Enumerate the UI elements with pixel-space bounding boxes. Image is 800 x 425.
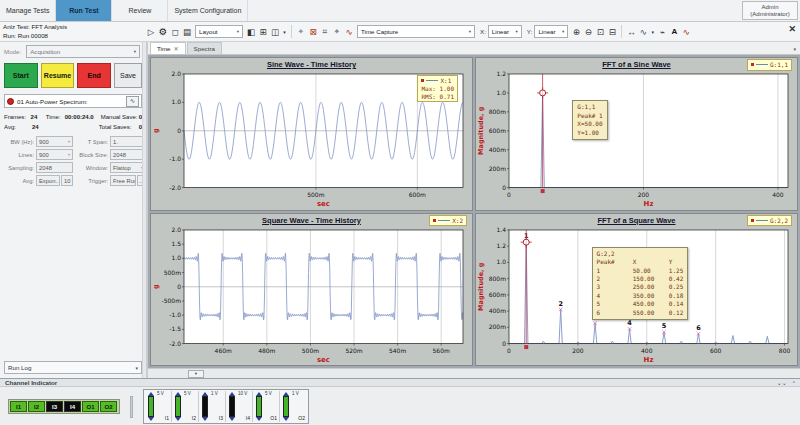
single-pane-icon[interactable]: ◧ bbox=[245, 25, 257, 38]
ribbon-tab-bar: Manage Tests Run Test Review System Conf… bbox=[0, 0, 800, 22]
manual-save-label: Manual Save: bbox=[101, 112, 139, 122]
control-sidebar: Mode: Acquisition ▾ Start Resume End Sav… bbox=[0, 42, 148, 378]
zoom-reset-icon[interactable]: ⊟ bbox=[606, 25, 618, 38]
end-button[interactable]: End bbox=[77, 63, 111, 88]
block-size-field[interactable]: 2048 bbox=[110, 149, 146, 160]
resume-button[interactable]: Resume bbox=[41, 63, 75, 88]
sampling-field[interactable]: 2048 bbox=[36, 162, 73, 173]
channel-button-i2[interactable]: I2 bbox=[28, 401, 45, 412]
lines-field[interactable]: 900▾ bbox=[36, 149, 73, 160]
channel-meter-i4: 10 VI4 bbox=[226, 391, 253, 422]
y-scale-label: Y: bbox=[527, 28, 533, 35]
trace-style-icon[interactable]: ∿ bbox=[637, 25, 649, 38]
channel-meter-i3: 1 VI3 bbox=[199, 391, 226, 422]
admin-user-button[interactable]: Admin (Administrator) bbox=[742, 1, 798, 20]
channel-indicator-header: Channel Indicator ⌄⌄ ▫ bbox=[0, 379, 800, 387]
save-button[interactable]: Save bbox=[114, 63, 142, 88]
grid-pane-icon[interactable]: ⊞ bbox=[257, 25, 269, 38]
tab-system-configuration[interactable]: System Configuration bbox=[168, 0, 248, 21]
stop-icon[interactable]: ◻ bbox=[169, 25, 181, 38]
channel-buttons: I1I2I3I4O1O2 bbox=[8, 399, 120, 414]
settings-gear-icon[interactable]: ⚙ bbox=[157, 25, 169, 38]
svg-text:Hz: Hz bbox=[644, 355, 654, 363]
channel-meter-i1: 5 VI1 bbox=[145, 391, 172, 422]
link-cursor-icon[interactable]: ⌁ bbox=[656, 25, 668, 38]
avg-mode-field[interactable]: Expon...▾ bbox=[36, 175, 60, 186]
tspan-field[interactable]: 1. bbox=[110, 136, 146, 147]
svg-text:2.0: 2.0 bbox=[171, 226, 181, 233]
svg-text:400m: 400m bbox=[489, 307, 506, 314]
svg-text:200m: 200m bbox=[489, 323, 506, 330]
svg-text:500m: 500m bbox=[302, 346, 319, 353]
channel-button-o2[interactable]: O2 bbox=[100, 401, 117, 412]
spectrum-view-button[interactable]: ∿ bbox=[126, 96, 139, 107]
svg-text:1.0: 1.0 bbox=[171, 98, 181, 105]
remove-cursor-icon[interactable]: ⊠ bbox=[307, 25, 319, 38]
avg-count-field[interactable]: 10 bbox=[61, 175, 73, 186]
close-pane-icon[interactable]: ✕ bbox=[788, 25, 796, 34]
pane-menu-caret-icon[interactable]: ▾ bbox=[281, 25, 288, 38]
peak-marker-icon[interactable]: ∿ bbox=[343, 25, 355, 38]
pan-horizontal-icon[interactable]: ↔ bbox=[625, 25, 637, 38]
analysis-test-label: Anlz Test: FFT Analysis bbox=[3, 23, 145, 31]
add-cursor-icon[interactable]: ⌖ bbox=[295, 25, 307, 38]
harmonic-cursor-icon[interactable]: ⌗ bbox=[319, 25, 331, 38]
channel-splitter-grip[interactable] bbox=[130, 396, 133, 418]
report-icon[interactable]: ▤ bbox=[181, 25, 193, 38]
float-pane-icon[interactable]: ◫ bbox=[269, 25, 281, 38]
zoom-out-icon[interactable]: ⊖ bbox=[582, 25, 594, 38]
meter-channel-name: I2 bbox=[192, 416, 196, 422]
tab-spectra[interactable]: Spectra bbox=[187, 42, 222, 54]
x-scale-select[interactable]: Linear ▾ bbox=[488, 25, 522, 38]
start-button[interactable]: Start bbox=[4, 63, 38, 88]
channel-meters: 5 VI15 VI21 VI310 VI45 VO11 VO2 bbox=[143, 389, 309, 424]
channel-button-o1[interactable]: O1 bbox=[82, 401, 99, 412]
plot-area[interactable]: 460m480m500m520m540m560m2.01.51.0500m0-5… bbox=[151, 226, 472, 366]
channel-indicator-body: I1I2I3I4O1O2 5 VI15 VI21 VI310 VI45 VO11… bbox=[0, 387, 800, 425]
meter-range: 5 V bbox=[157, 392, 169, 397]
zoom-in-icon[interactable]: ⊕ bbox=[570, 25, 582, 38]
svg-text:600: 600 bbox=[710, 346, 722, 353]
zoom-box-icon[interactable]: ⊡ bbox=[594, 25, 606, 38]
mode-label: Mode: bbox=[4, 48, 21, 55]
meter-range: 10 V bbox=[238, 392, 250, 397]
tab-manage-tests[interactable]: Manage Tests bbox=[0, 0, 56, 21]
meter-min-marker-icon bbox=[229, 417, 235, 421]
tab-overflow-caret-icon[interactable]: ▾ bbox=[793, 46, 796, 52]
tab-run-test[interactable]: Run Test bbox=[56, 0, 112, 21]
svg-text:6: 6 bbox=[696, 323, 701, 331]
tab-close-icon[interactable]: ✕ bbox=[174, 45, 179, 52]
chart-title: Sine Wave - Time History bbox=[151, 58, 472, 70]
bw-label: BW (Hz): bbox=[4, 139, 34, 145]
panel-pin-icon[interactable]: ▫ bbox=[793, 379, 795, 386]
panel-collapse-icon[interactable]: ⌄⌄ bbox=[777, 379, 787, 386]
channel-button-i4[interactable]: I4 bbox=[64, 401, 81, 412]
measurement-row[interactable]: 01 Auto-Power Spectrum: ∿ bbox=[4, 94, 142, 108]
channel-button-i1[interactable]: I1 bbox=[10, 401, 27, 412]
trace-style-caret-icon[interactable]: ▾ bbox=[649, 25, 656, 38]
channel-button-i3[interactable]: I3 bbox=[46, 401, 63, 412]
run-icon[interactable]: ▷ bbox=[145, 25, 157, 38]
run-log-select[interactable]: Run Log ▾ bbox=[4, 361, 142, 374]
chart-title: Square Wave - Time History bbox=[151, 214, 472, 226]
peak-tooltip: G:1,1 Peak# 1 X=50.00 Y=1.00 bbox=[572, 100, 607, 140]
signal-select[interactable]: Time Capture ▾ bbox=[357, 25, 475, 38]
trigger-field[interactable]: Free Run▾ bbox=[110, 175, 136, 186]
window-field[interactable]: Flattop▾ bbox=[110, 162, 146, 173]
tab-time[interactable]: Time ✕ bbox=[150, 42, 186, 54]
plot-area[interactable]: 02004001.21.0800m600m400m200m0HzMagnitud… bbox=[476, 70, 797, 210]
svg-text:0: 0 bbox=[502, 184, 506, 191]
y-scale-select[interactable]: Linear ▾ bbox=[534, 25, 568, 38]
collapse-panel-button[interactable]: ▾ bbox=[188, 370, 204, 378]
svg-text:600m: 600m bbox=[489, 127, 506, 134]
bw-field[interactable]: 900▾ bbox=[36, 136, 73, 147]
annotation-icon[interactable]: A bbox=[668, 25, 680, 38]
mode-select[interactable]: Acquisition ▾ bbox=[26, 45, 140, 58]
sideband-cursor-icon[interactable]: ⌖ bbox=[331, 25, 343, 38]
sampling-label: Sampling: bbox=[4, 165, 34, 171]
tab-review[interactable]: Review bbox=[112, 0, 168, 21]
annotate-curve-icon[interactable]: ∿ bbox=[680, 25, 692, 38]
layout-select[interactable]: Layout ▾ bbox=[195, 25, 243, 38]
chart-legend: G:1,1 bbox=[747, 59, 792, 71]
sidebar-scrollbar[interactable] bbox=[142, 42, 146, 378]
